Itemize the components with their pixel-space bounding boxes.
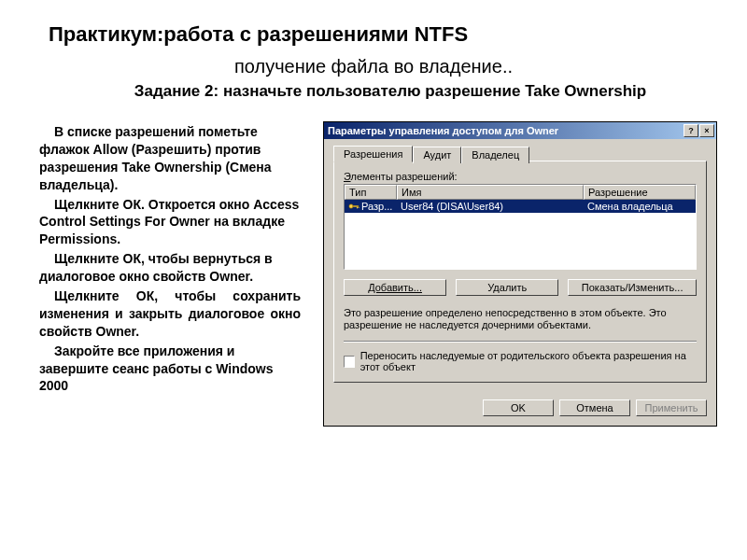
separator — [344, 341, 697, 343]
remove-button[interactable]: Удалить — [456, 279, 558, 296]
page-title: Практикум:работа с разрешениями NTFS — [49, 22, 468, 47]
permissions-list-label: Элементы разрешений: — [344, 171, 697, 182]
close-button[interactable]: × — [699, 124, 714, 137]
svg-rect-1 — [353, 205, 359, 207]
col-name[interactable]: Имя — [397, 185, 584, 200]
dialog-titlebar[interactable]: Параметры управления доступом для Owner … — [324, 122, 716, 139]
task-heading: Задание 2: назначьте пользователю разреш… — [71, 82, 710, 101]
col-type[interactable]: Тип — [345, 185, 397, 200]
help-button[interactable]: ? — [684, 124, 698, 137]
ok-button[interactable]: OK — [483, 399, 554, 416]
inheritance-info-text: Это разрешение определено непосредственн… — [344, 307, 697, 331]
instruction-text: В списке разрешений пометьте флажок Allo… — [39, 123, 301, 397]
view-edit-button[interactable]: Показать/Изменить... — [568, 279, 697, 296]
inherit-checkbox[interactable] — [344, 356, 355, 368]
svg-point-0 — [349, 204, 353, 208]
tab-owner[interactable]: Владелец — [461, 147, 529, 163]
tabstrip: Разрешения Аудит Владелец — [333, 145, 707, 161]
dialog-title: Параметры управления доступом для Owner — [328, 125, 684, 136]
dialog-footer: OK Отмена Применить — [324, 392, 716, 426]
tab-panel-permissions: Элементы разрешений: Тип Имя Разрешение … — [333, 161, 707, 383]
access-control-dialog: Параметры управления доступом для Owner … — [323, 121, 717, 427]
svg-rect-2 — [357, 207, 358, 209]
col-permission[interactable]: Разрешение — [584, 185, 696, 200]
cancel-button[interactable]: Отмена — [559, 399, 630, 416]
permissions-listview[interactable]: Тип Имя Разрешение Разр... User84 (DISA\… — [344, 184, 697, 270]
apply-button[interactable]: Применить — [636, 399, 707, 416]
inherit-checkbox-label: Переносить наследуемые от родительского … — [360, 350, 697, 372]
tab-permissions[interactable]: Разрешения — [333, 146, 413, 162]
svg-rect-3 — [359, 207, 359, 208]
permission-row[interactable]: Разр... User84 (DISA\User84) Смена владе… — [345, 200, 696, 213]
key-icon — [348, 202, 359, 211]
tab-audit[interactable]: Аудит — [413, 147, 461, 163]
add-button[interactable]: Добавить... — [344, 279, 446, 296]
listview-header: Тип Имя Разрешение — [345, 185, 696, 200]
page-subtitle: получение файла во владение.. — [149, 56, 598, 77]
